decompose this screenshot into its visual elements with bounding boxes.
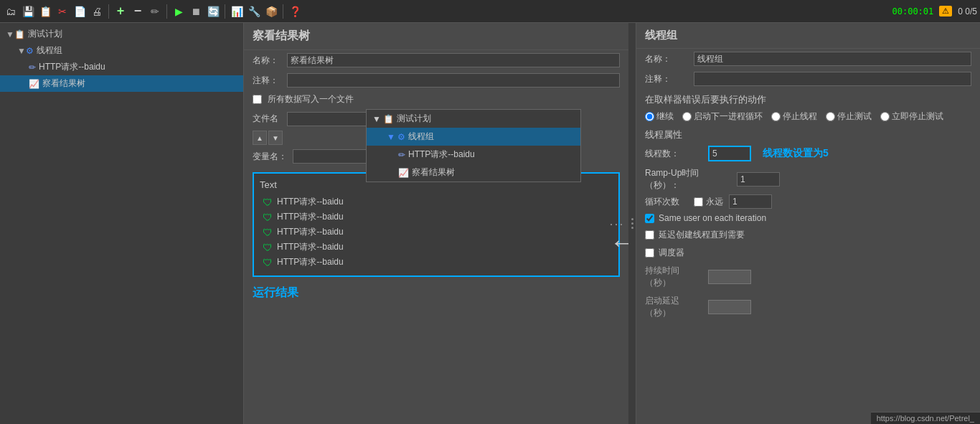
overlay-item-plan[interactable]: ▼ 📋 测试计划 [367, 110, 580, 128]
thread-props-section: 线程属性 线程数： 线程数设置为5 [636, 126, 980, 166]
timer-display: 00:00:01 [892, 6, 933, 17]
radio-stop-thread-input[interactable] [771, 112, 781, 121]
loop-input[interactable] [729, 194, 772, 209]
status-bar: https://blog.csdn.net/Petrel_ [871, 412, 980, 424]
arrow-down-button[interactable]: ▼ [268, 131, 283, 145]
toolbar-icon-settings[interactable]: 🔧 [246, 4, 262, 19]
forever-checkbox-label[interactable]: 永远 [694, 196, 723, 208]
overlay-item-threadgroup[interactable]: ▼ ⚙ 线程组 [367, 128, 580, 146]
toolbar-icon-6[interactable]: 🖨 [89, 4, 105, 19]
dot-2 [631, 222, 633, 225]
delay-label: 延迟创建线程直到需要 [659, 229, 745, 241]
scheduler-row: 调度器 [636, 244, 980, 262]
forever-checkbox[interactable] [694, 197, 703, 207]
rp-comment-input[interactable] [694, 72, 971, 86]
toolbar-sep-2 [166, 4, 167, 19]
error-action-title: 在取样器错误后要执行的动作 [636, 89, 980, 108]
pencil-icon-left: ✏ [29, 62, 36, 72]
toolbar-icon-chart[interactable]: 📊 [229, 4, 245, 19]
arrow-up-button[interactable]: ▲ [253, 131, 267, 145]
scheduler-checkbox[interactable] [645, 248, 654, 258]
overlay-chart-icon: 📈 [398, 168, 409, 178]
name-label: 名称： [253, 55, 281, 67]
tree-label-plan: 测试计划 [28, 28, 62, 40]
toolbar-sep-3 [225, 4, 225, 19]
shield-icon-5: 🛡 [263, 257, 273, 268]
tree-toggle-plan[interactable]: ▼ [6, 29, 14, 39]
overlay-plan-icon: ▼ 📋 [372, 114, 394, 124]
radio-next-loop[interactable]: 启动下一进程循环 [682, 110, 763, 123]
name-row: 名称： [244, 50, 628, 70]
radio-continue-input[interactable] [645, 112, 654, 121]
ramp-input[interactable] [737, 172, 780, 187]
startup-row: 启动延迟（秒） [636, 292, 980, 322]
toolbar-icon-5[interactable]: 📄 [72, 4, 88, 19]
name-input[interactable] [287, 53, 620, 67]
delay-checkbox[interactable] [645, 230, 654, 240]
counter-badge: 0 0/5 [958, 6, 977, 17]
toolbar: 🗂 💾 📋 ✂ 📄 🖨 + − ✏ ▶ ⏹ 🔄 📊 🔧 📦 ❓ 00:00:01… [0, 0, 980, 23]
rp-name-input[interactable] [694, 52, 971, 66]
thread-count-input[interactable] [708, 146, 751, 161]
panel-separator [628, 23, 636, 424]
rp-comment-label: 注释： [645, 73, 688, 85]
toolbar-sep-1 [108, 4, 109, 19]
rp-comment-row: 注释： [636, 69, 980, 89]
toolbar-icon-minus[interactable]: − [130, 4, 146, 19]
rp-name-label: 名称： [645, 53, 688, 65]
tree-item-observer[interactable]: 📈 察看结果树 [0, 75, 243, 92]
overlay-item-observer[interactable]: 📈 察看结果树 [367, 164, 580, 182]
radio-stop-now[interactable]: 立即停止测试 [880, 110, 943, 123]
same-user-label: Same user on each iteration [659, 213, 766, 223]
tree-toggle-threadgroup[interactable]: ▼ [17, 46, 26, 56]
same-user-checkbox[interactable] [645, 214, 654, 223]
shield-icon-3: 🛡 [263, 227, 273, 238]
toolbar-icon-run[interactable]: ▶ [171, 4, 187, 19]
toolbar-icon-stop[interactable]: ⏹ [188, 4, 204, 19]
radio-stop-test[interactable]: 停止测试 [826, 110, 872, 123]
tree-overlay: ▼ 📋 测试计划 ▼ ⚙ 线程组 ✏ HTTP请求--baidu 📈 察看结果树 [366, 109, 581, 182]
toolbar-icon-pencil[interactable]: ✏ [147, 4, 163, 19]
radio-next-loop-input[interactable] [682, 112, 692, 121]
toolbar-icon-1[interactable]: 🗂 [3, 4, 19, 19]
comment-input[interactable] [287, 73, 620, 88]
result-item-1: 🛡 HTTP请求--baidu [260, 194, 613, 209]
tree-label-observer: 察看结果树 [42, 77, 85, 90]
status-url: https://blog.csdn.net/Petrel_ [877, 414, 974, 423]
toolbar-icon-help[interactable]: ❓ [287, 4, 303, 19]
scheduler-label: 调度器 [659, 247, 684, 259]
same-user-row: Same user on each iteration [636, 210, 980, 226]
toolbar-icon-2[interactable]: 💾 [20, 4, 36, 19]
tree-label-http: HTTP请求--baidu [39, 61, 105, 73]
toolbar-icon-3[interactable]: 📋 [37, 4, 53, 19]
startup-input[interactable] [708, 300, 751, 314]
overlay-pencil-icon: ✏ [398, 150, 405, 160]
toolbar-right: 00:00:01 ⚠ 0 0/5 [892, 6, 977, 17]
overlay-item-http[interactable]: ✏ HTTP请求--baidu [367, 146, 580, 164]
duration-input[interactable] [708, 270, 751, 284]
thread-count-annotation: 线程数设置为5 [763, 147, 829, 160]
toolbar-icon-plus[interactable]: + [113, 4, 128, 19]
overlay-gear-icon: ▼ ⚙ [387, 132, 405, 142]
shield-icon-2: 🛡 [263, 212, 273, 223]
big-arrow: ← [610, 227, 628, 258]
result-item-4: 🛡 HTTP请求--baidu [260, 240, 613, 255]
warning-badge: ⚠ [939, 6, 952, 17]
right-panel-title: 线程组 [636, 23, 980, 49]
tree-item-http[interactable]: ✏ HTTP请求--baidu [0, 59, 243, 75]
thread-props-title: 线程属性 [645, 128, 971, 141]
radio-continue[interactable]: 继续 [645, 110, 674, 123]
left-panel: ▼ 📋 测试计划 ▼ ⚙ 线程组 ✏ HTTP请求--baidu 📈 察 [0, 23, 244, 424]
tree-item-threadgroup[interactable]: ▼ ⚙ 线程组 [0, 42, 243, 59]
duration-label: 持续时间（秒） [645, 265, 702, 289]
radio-stop-test-input[interactable] [826, 112, 835, 121]
toolbar-icon-package[interactable]: 📦 [263, 4, 279, 19]
toolbar-icon-4[interactable]: ✂ [55, 4, 70, 19]
delay-row: 延迟创建线程直到需要 [636, 226, 980, 244]
radio-stop-now-input[interactable] [880, 112, 890, 121]
radio-stop-thread[interactable]: 停止线程 [771, 110, 817, 123]
toolbar-icon-clear[interactable]: 🔄 [205, 4, 221, 19]
result-item-5: 🛡 HTTP请求--baidu [260, 255, 613, 270]
tree-item-plan[interactable]: ▼ 📋 测试计划 [0, 26, 243, 42]
write-all-checkbox[interactable] [253, 95, 262, 104]
